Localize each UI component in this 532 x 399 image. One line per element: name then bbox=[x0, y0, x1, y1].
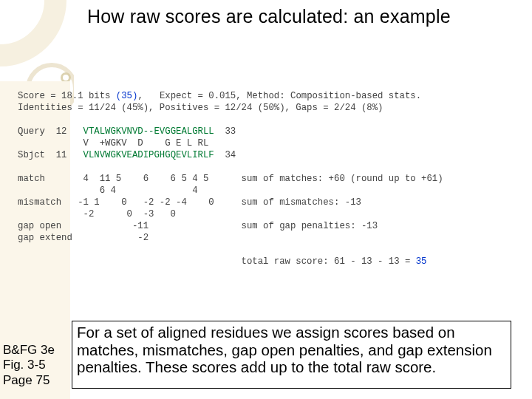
score-35: 35 bbox=[121, 91, 132, 101]
mismatch-row-2: -2 0 -3 0 bbox=[18, 209, 176, 219]
match-row-1: match 4 11 5 6 6 5 4 5 sum of matches: +… bbox=[18, 174, 443, 184]
total-label: total raw score: 61 - 13 - 13 = bbox=[18, 256, 416, 267]
slide-title: How raw scores are calculated: an exampl… bbox=[87, 6, 451, 27]
cite-line-1: B&FG 3e bbox=[3, 343, 55, 358]
midline: V +WGKV D G E L RL bbox=[18, 138, 214, 149]
gap-open-row: gap open -11 sum of gap penalties: -13 bbox=[18, 221, 378, 231]
cite-line-3: Page 75 bbox=[3, 373, 55, 388]
caption-box: For a set of aligned residues we assign … bbox=[72, 321, 511, 389]
match-row-2: 6 4 4 bbox=[18, 185, 198, 196]
sbjct-end: 34 bbox=[214, 150, 236, 160]
blast-alignment-block: Score = 18.1 bits (35), Expect = 0.015, … bbox=[18, 90, 443, 267]
cite-line-2: Fig. 3-5 bbox=[3, 358, 55, 372]
gap-extend-row: gap extend -2 bbox=[18, 233, 149, 243]
query-end: 33 bbox=[214, 126, 236, 137]
caption-text: For a set of aligned residues we assign … bbox=[77, 324, 492, 375]
score-rest: , Expect = 0.015, Method: Composition-ba… bbox=[137, 91, 421, 101]
sbjct-label: Sbjct 11 bbox=[18, 150, 83, 160]
query-seq: VTALWGKVNVD--EVGGEALGRLL bbox=[83, 126, 214, 137]
query-label: Query 12 bbox=[18, 126, 83, 137]
sbjct-seq: VLNVWGKVEADIPGHGQEVLIRLF bbox=[83, 150, 214, 160]
score-line-text: Score = 18.1 bits bbox=[18, 91, 116, 101]
figure-citation: B&FG 3e Fig. 3-5 Page 75 bbox=[3, 343, 55, 388]
mismatch-row-1: mismatch -1 1 0 -2 -2 -4 0 sum of mismat… bbox=[18, 197, 361, 208]
total-value: 35 bbox=[416, 256, 427, 267]
identities-line: Identities = 11/24 (45%), Positives = 12… bbox=[18, 103, 383, 113]
